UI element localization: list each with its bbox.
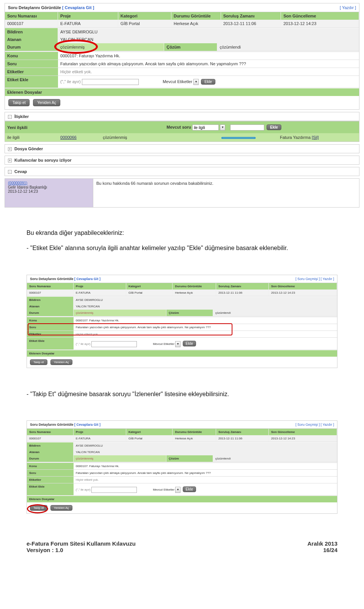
sc2-attachments-row: Eklenen Dosyalar — [27, 350, 337, 357]
tag-input[interactable] — [82, 79, 139, 85]
sc3-reporter-label: Bildiren — [27, 442, 74, 449]
sc3-reopen-button[interactable]: Yeniden Aç — [50, 505, 72, 511]
col-project: Proje — [58, 12, 118, 20]
col-category: Kategori — [118, 12, 171, 20]
answer-body: (00000091) Gelir İdaresi Başkanlığı 2013… — [5, 178, 359, 208]
sc3-follow-button[interactable]: Takip et — [30, 505, 47, 511]
minus-icon[interactable]: - — [8, 170, 12, 174]
sc3-subject-row: Konu 0000107: Faturayı Yazdırma Hk. — [27, 463, 337, 469]
col-updated: Son Güncelleme — [281, 12, 359, 20]
answer-id-link[interactable]: (00000091) — [8, 181, 27, 185]
tag-add-label: Etiket Ekle — [5, 76, 58, 88]
sc2-follow-button[interactable]: Takip et — [30, 359, 47, 365]
sc2-tags-label: Etiketler — [27, 331, 74, 337]
relation-progress-bar — [221, 137, 256, 139]
sc2-tag-input[interactable] — [91, 341, 137, 347]
sc3-tag-add-button[interactable]: Ekle — [183, 486, 196, 492]
sc2-col-id: Soru Numarası — [27, 283, 74, 290]
sc2-val-category: GİB Portal — [126, 290, 173, 296]
sc3-assignee-value: YALCIN TERCAN — [74, 449, 337, 455]
sc2-attachments-label: Eklenen Dosyalar — [27, 350, 57, 357]
body-text-1: Bu ekranda diğer yapabilecekleriniz: — [27, 229, 337, 237]
answer-date: 2013-12-12 14:23 — [8, 189, 38, 194]
watchers-section[interactable]: + Kullanıcılar bu soruyu izliyor — [5, 156, 359, 165]
sc2-subject-label: Konu — [27, 317, 74, 324]
new-relation-controls: Mevcut soru ▼ Ekle — [164, 121, 359, 133]
follow-button[interactable]: Takip et — [8, 99, 30, 106]
file-send-label: Dosya Gönder — [14, 146, 43, 151]
sc2-col-visibility: Durumu Görüntüle — [173, 283, 216, 290]
goto-answers-link[interactable]: [ Cevaplara Git ] — [62, 5, 94, 10]
sc3-tag-input[interactable] — [91, 487, 137, 493]
sc2-tag-add-button[interactable]: Ekle — [183, 341, 196, 346]
plus-icon[interactable]: + — [8, 159, 12, 162]
sc2-print-link[interactable]: [ Soru Geçmişi ] [ Yazdır ] — [295, 277, 334, 281]
tag-hint: ("," ile ayır) — [60, 79, 81, 84]
relation-id-input[interactable] — [230, 124, 264, 131]
sc3-col-visibility: Durumu Görüntüle — [173, 429, 216, 435]
sc2-subject-value: 0000107: Faturayı Yazdırma Hk. — [74, 317, 337, 324]
sc3-data-row: 0000107 E-FATURA GİB Portal Herkese Açık… — [27, 435, 337, 442]
sc3-val-updated: 2013-12-12 14:23 — [269, 435, 337, 442]
question-value: Faturaları yazıcıdan çıktı almaya çalışı… — [58, 60, 359, 68]
sc2-reporter-row: Bildiren AYSE DEMIROGLU — [27, 297, 337, 303]
footer-date: Aralık 2013 — [308, 540, 337, 547]
sc2-question-row: Soru Faturaları yazıcıdan çıktı almaya ç… — [27, 324, 337, 330]
answer-text: Bu konu hakkında 66 numaralı sorunun cev… — [93, 178, 359, 208]
relation-type-input[interactable] — [192, 124, 219, 131]
plus-icon[interactable]: + — [8, 147, 12, 151]
reporter-label: Bildiren — [5, 28, 58, 36]
footer-version: Versiyon : 1.0 — [27, 547, 136, 553]
footer-page: 16/24 — [308, 547, 337, 553]
val-updated: 2013-12-12 14:23 — [281, 20, 359, 27]
sc3-status-label: Durum — [27, 455, 74, 462]
resolution-label: Çözüm — [164, 43, 217, 51]
sc2-tags-value: Hiçbir etiketi yok. — [74, 331, 337, 337]
sc2-existing-tags-dropdown[interactable]: ▼ — [175, 341, 180, 347]
relations-section[interactable]: - İlişkiler — [5, 112, 359, 121]
page-title: Soru Detaylarını Görüntüle — [8, 5, 61, 10]
reporter-value: AYSE DEMIROGLU — [58, 28, 359, 36]
subject-label: Konu — [5, 52, 58, 60]
sc2-existing-tags-label: Mevcut Etiketler — [153, 342, 174, 346]
tag-add-button[interactable]: Ekle — [201, 79, 215, 85]
answer-section[interactable]: - Cevap — [5, 167, 359, 176]
print-link[interactable]: [ Yazdır ] — [340, 5, 356, 10]
tags-label: Etiketler — [5, 68, 58, 76]
sc2-resolution-label: Çözüm — [166, 310, 213, 316]
subject-value: 0000107: Faturayı Yazdırma Hk. — [58, 52, 359, 60]
reopen-button[interactable]: Yeniden Aç — [33, 99, 60, 106]
sc3-existing-tags-dropdown[interactable]: ▼ — [175, 487, 180, 493]
answer-meta: (00000091) Gelir İdaresi Başkanlığı 2013… — [5, 178, 93, 208]
sc3-header-row: Soru Numarası Proje Kategori Durumu Görü… — [27, 429, 337, 435]
sc3-tag-add-label: Etiket Ekle — [27, 483, 74, 495]
tag-add-controls: ("," ile ayır) Mevcut Etiketler ▼ Ekle — [58, 76, 359, 88]
sc3-title: Soru Detaylarını Görüntüle — [30, 423, 74, 426]
resolution-value: çözümlendi — [217, 43, 359, 51]
sc2-reopen-button[interactable]: Yeniden Aç — [50, 359, 72, 365]
relation-add-button[interactable]: Ekle — [267, 124, 281, 130]
detail-title-bar: Soru Detaylarını Görüntüle [ Cevaplara G… — [5, 3, 359, 12]
sc2-goto-answers[interactable]: [ Cevaplara Git ] — [74, 277, 100, 281]
file-send-section[interactable]: + Dosya Gönder — [5, 144, 359, 153]
val-visibility: Herkese Açık — [171, 20, 221, 27]
sc2-title: Soru Detaylarını Görüntüle — [30, 277, 74, 281]
relation-status: çözümlenmiş — [100, 134, 200, 141]
minus-icon[interactable]: - — [8, 115, 12, 119]
question-label: Soru — [5, 60, 58, 68]
sc3-existing-tags-label: Mevcut Etiketler — [153, 488, 174, 491]
sc2-question-label: Soru — [27, 324, 74, 330]
tags-value: Hiçbir etiketi yok. — [58, 68, 359, 76]
relation-type-dropdown[interactable]: ▼ — [220, 124, 225, 131]
sc2-col-project: Proje — [74, 283, 126, 290]
relation-delete-link[interactable]: [Sil] — [312, 135, 318, 140]
sc2-tag-hint: ("," ile ayır) — [76, 342, 91, 346]
existing-tags-dropdown[interactable]: ▼ — [193, 79, 199, 85]
answer-org: Gelir İdaresi Başkanlığı — [8, 185, 47, 189]
sc2-reporter-value: AYSE DEMIROGLU — [74, 297, 337, 303]
relation-id-link[interactable]: 0000066 — [60, 135, 77, 140]
sc3-goto-answers[interactable]: [ Cevaplara Git ] — [74, 423, 100, 426]
sc3-print-link[interactable]: [ Soru Geçmişi ] [ Yazdır ] — [295, 423, 334, 426]
sc3-resolution-label: Çözüm — [166, 455, 213, 462]
sc3-tag-hint: ("," ile ayır) — [76, 488, 91, 491]
